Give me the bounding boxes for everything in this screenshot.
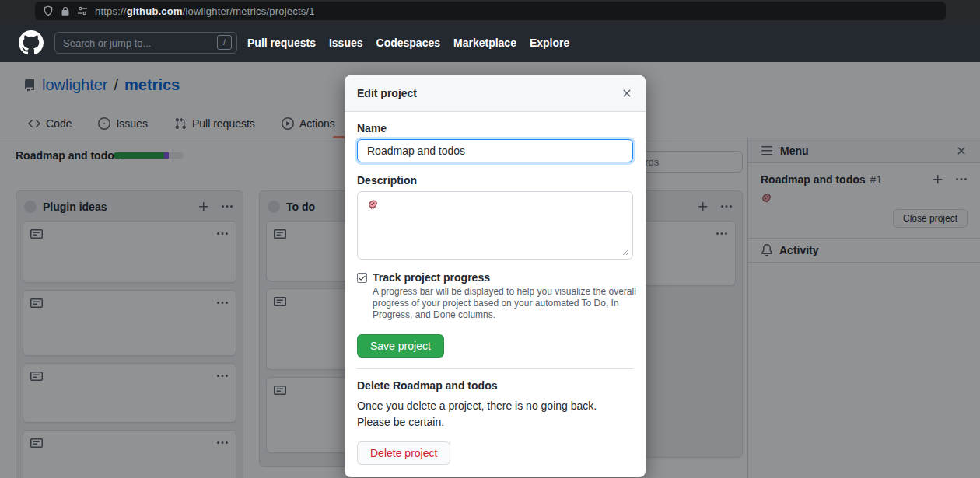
close-modal-icon[interactable] (621, 87, 633, 99)
search-input[interactable] (54, 32, 237, 54)
edit-project-modal: Edit project Name Description Track proj… (345, 75, 646, 477)
slash-key-badge: / (217, 35, 232, 50)
delete-heading: Delete Roadmap and todos (357, 379, 633, 392)
description-label: Description (357, 174, 633, 187)
resize-grip-icon[interactable] (622, 249, 629, 256)
nav-codespaces[interactable]: Codespaces (376, 37, 440, 49)
description-emoji (367, 198, 380, 211)
nav-issues[interactable]: Issues (329, 37, 363, 49)
nav-marketplace[interactable]: Marketplace (453, 37, 516, 49)
lock-icon[interactable] (61, 6, 70, 16)
browser-chrome: https://github.com/lowlighter/metrics/pr… (0, 0, 980, 23)
project-name-input[interactable] (357, 139, 633, 162)
track-progress-checkbox[interactable] (357, 273, 367, 283)
github-nav: Pull requests Issues Codespaces Marketpl… (247, 37, 569, 49)
check-icon (358, 274, 366, 282)
project-description-textarea[interactable] (357, 191, 633, 260)
github-logo-icon[interactable] (19, 30, 44, 55)
track-progress-label: Track project progress (373, 271, 490, 284)
name-label: Name (357, 122, 633, 134)
url-text: https://github.com/lowlighter/metrics/pr… (95, 5, 315, 17)
nav-pull-requests[interactable]: Pull requests (247, 37, 316, 49)
modal-title: Edit project (357, 87, 621, 99)
address-bar[interactable]: https://github.com/lowlighter/metrics/pr… (35, 2, 946, 20)
save-project-button[interactable]: Save project (357, 334, 444, 358)
delete-project-button[interactable]: Delete project (357, 441, 450, 465)
shield-icon[interactable] (43, 5, 54, 16)
modal-divider (357, 368, 633, 369)
site-settings-icon[interactable] (77, 5, 88, 16)
delete-warning-text: Once you delete a project, there is no g… (357, 398, 614, 431)
nav-explore[interactable]: Explore (530, 37, 569, 49)
track-progress-help: A progress bar will be displayed to help… (373, 286, 637, 321)
github-header: / Pull requests Issues Codespaces Market… (0, 23, 980, 62)
